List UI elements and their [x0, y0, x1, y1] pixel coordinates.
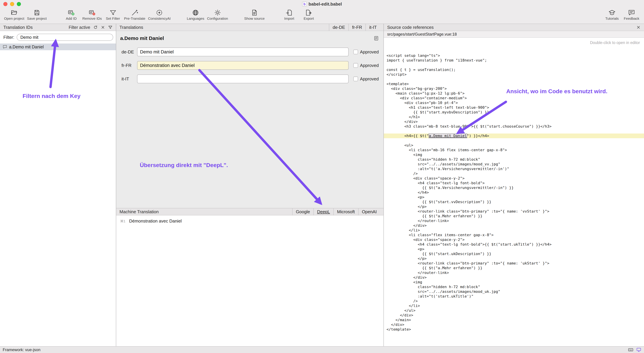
toolbar-button-remove-ids[interactable]: Remove IDs	[81, 9, 103, 21]
toolbar-button-feedback[interactable]: Feedback	[622, 9, 641, 21]
toolbar-button-save-project[interactable]: Save project	[26, 9, 48, 21]
code-line: <img	[384, 280, 644, 284]
toolbar-button-pre-translate[interactable]: Pre-Translate	[123, 9, 147, 21]
feedback-icon	[628, 9, 635, 16]
filter-active-label: Filter active	[69, 25, 90, 30]
code-listing: <script setup lang="ts">import { useTran…	[384, 53, 644, 332]
mt-provider-microsoft[interactable]: Microsoft	[333, 208, 358, 215]
toolbar-button-languages[interactable]: Languages	[186, 9, 206, 21]
language-label: it-IT	[122, 76, 137, 82]
translations-title: Translations	[120, 25, 143, 30]
code-line	[384, 77, 644, 82]
code-line: </div>	[384, 223, 644, 228]
filter-input[interactable]	[17, 34, 113, 41]
source-references-toggle-icon[interactable]	[374, 36, 379, 41]
code-line: <h4>{{ $t("a.Demo mit Daniel") }}</h4>	[384, 134, 644, 138]
toolbar-button-label: Export	[304, 17, 314, 21]
toolbar-button-export[interactable]: Export	[299, 9, 318, 21]
translation-input-it-it[interactable]	[137, 75, 348, 83]
code-line: {{ $t("a.Mehr erfahren") }}	[384, 214, 644, 218]
titlebar: b babel-edit.babel	[0, 0, 644, 8]
code-line: </li>	[384, 228, 644, 233]
monitor-icon[interactable]	[636, 347, 641, 352]
translation-id-list: a.Demo mit Daniel	[0, 44, 116, 50]
code-line: </template>	[384, 327, 644, 332]
source-file-reference[interactable]: src/pages/start/GuestStartPage.vue:18	[384, 31, 644, 38]
toolbar-group: ImportExport	[280, 9, 318, 21]
translation-id-item[interactable]: a.Demo mit Daniel	[0, 44, 116, 50]
code-line: import { useTranslation } from "i18next-…	[384, 58, 644, 63]
code-line: <router-link class="btn-primary" :to="{ …	[384, 261, 644, 266]
translation-input-fr-fr[interactable]	[137, 61, 348, 70]
clear-filter-icon[interactable]	[101, 25, 105, 30]
source-references-panel: Source code references src/pages/start/G…	[384, 24, 644, 346]
translation-row-fr-fr: fr-FRApproved	[122, 61, 379, 70]
approved-checkbox[interactable]	[353, 50, 358, 54]
save-project-icon	[33, 9, 40, 16]
mt-provider-openai[interactable]: OpenAI	[358, 208, 380, 215]
toolbar-button-tutorials[interactable]: Tutorials	[602, 9, 622, 21]
code-line: />	[384, 171, 644, 176]
close-panel-icon[interactable]	[636, 25, 641, 30]
translation-input-de-de[interactable]	[137, 48, 348, 56]
toolbar-button-label: Remove IDs	[82, 17, 102, 21]
code-line: <router-link class="btn-primary" :to="{ …	[384, 209, 644, 214]
mt-provider-deepl[interactable]: DeepL	[314, 208, 334, 215]
highlighted-translation-key[interactable]: a.Demo mit Daniel	[429, 134, 467, 138]
import-icon	[286, 9, 293, 16]
code-line: {{ $t("start.ukDescription") }}	[384, 251, 644, 256]
close-window-button[interactable]	[3, 2, 8, 6]
code-line: <p>	[384, 195, 644, 200]
toolbar-button-label: ConsistencyAI	[148, 17, 170, 21]
filter-controls: Filter active	[69, 25, 112, 30]
code-line: </div>	[384, 275, 644, 280]
language-tab-de-de[interactable]: de-DE	[329, 24, 348, 31]
toolbar-button-label: Tutorials	[605, 17, 619, 21]
machine-translation-body: ⌘1 Démonstration avec Daniel	[116, 215, 384, 346]
code-line: <div class="space-y-2">	[384, 237, 644, 242]
approved-checkbox[interactable]	[353, 77, 358, 81]
code-line	[384, 63, 644, 68]
refresh-icon[interactable]	[93, 25, 98, 30]
code-line: </h4>	[384, 190, 644, 195]
translation-id-label: a.Demo mit Daniel	[9, 45, 44, 49]
toolbar-button-set-filter[interactable]: Set Filter	[103, 9, 123, 21]
code-line: <img	[384, 152, 644, 157]
mt-provider-google[interactable]: Google	[292, 208, 314, 215]
babeledit-window: b babel-edit.babel Open projectSave proj…	[0, 0, 644, 353]
toolbar-button-add-id[interactable]: Add ID	[62, 9, 81, 21]
approved-checkbox[interactable]	[353, 63, 358, 68]
entry-title: a.Demo mit Daniel	[120, 36, 164, 41]
toolbar-button-show-source[interactable]: Show source	[243, 9, 266, 21]
export-icon	[305, 9, 312, 16]
toolbar: Open projectSave projectAdd IDRemove IDs…	[0, 8, 644, 24]
translation-rows: de-DEApprovedfr-FRApprovedit-ITApproved	[116, 48, 384, 83]
mt-result-row[interactable]: ⌘1 Démonstration avec Daniel	[116, 215, 384, 224]
toolbar-right: TutorialsFeedback	[602, 9, 641, 21]
machine-translation-title: Machine Translation	[120, 209, 159, 214]
keyboard-icon[interactable]	[628, 347, 633, 352]
toolbar-button-consistencyai[interactable]: ConsistencyAI	[147, 9, 172, 21]
toolbar-button-label: Pre-Translate	[124, 17, 145, 21]
toolbar-button-label: Configuration	[207, 17, 228, 21]
code-line: </div>	[384, 119, 644, 124]
code-line: </h1>	[384, 115, 644, 119]
open-project-icon	[10, 9, 18, 16]
toolbar-group: LanguagesConfiguration	[186, 9, 229, 21]
translations-panel: Translations de-DEfr-FRit-IT a.Demo mit …	[116, 24, 384, 346]
minimize-window-button[interactable]	[10, 2, 14, 6]
toolbar-button-configuration[interactable]: Configuration	[206, 9, 229, 21]
language-tab-it-it[interactable]: it-IT	[366, 24, 380, 31]
tutorials-icon	[608, 9, 616, 16]
machine-translation-header: Machine Translation GoogleDeepLMicrosoft…	[116, 208, 384, 215]
add-id-icon	[68, 9, 75, 16]
toolbar-button-open-project[interactable]: Open project	[3, 9, 26, 21]
filter-icon[interactable]	[108, 25, 112, 30]
code-line: :alt="t('start.ukTitle')"	[384, 294, 644, 299]
zoom-window-button[interactable]	[17, 2, 21, 6]
toolbar-button-label: Import	[284, 17, 294, 21]
language-tab-fr-fr[interactable]: fr-FR	[348, 24, 366, 31]
source-file-reference-text: src/pages/start/GuestStartPage.vue:18	[387, 32, 457, 37]
toolbar-button-import[interactable]: Import	[280, 9, 299, 21]
translation-ids-title: Translation IDs	[3, 25, 33, 30]
